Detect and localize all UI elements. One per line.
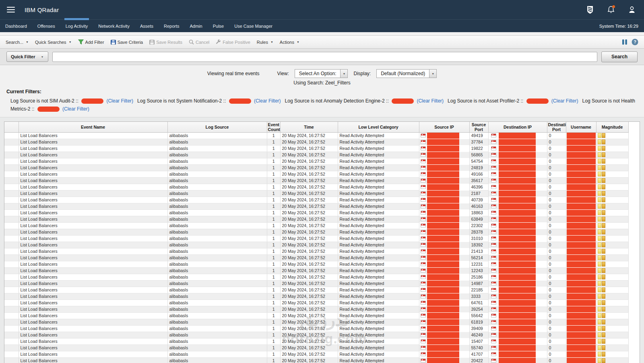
row-select-cell[interactable] <box>4 184 19 190</box>
tab-offenses[interactable]: Offenses <box>32 20 60 33</box>
row-select-cell[interactable] <box>4 332 19 338</box>
table-row[interactable]: List Load Balancers alibabasls 1 20 May … <box>4 293 628 299</box>
row-select-cell[interactable] <box>4 338 19 345</box>
table-row[interactable]: List Load Balancers alibabasls 1 20 May … <box>4 325 628 332</box>
clear-filter-link[interactable]: (Clear Filter) <box>550 98 578 104</box>
row-select-cell[interactable] <box>4 325 19 332</box>
table-row[interactable]: List Load Balancers alibabasls 1 20 May … <box>4 357 628 363</box>
table-row[interactable]: List Load Balancers alibabasls 1 20 May … <box>4 152 628 158</box>
column-header-destination-ip[interactable]: Destination IP <box>488 122 547 132</box>
row-select-cell[interactable] <box>4 319 19 325</box>
clear-filter-link[interactable]: (Clear Filter) <box>253 98 281 104</box>
table-row[interactable]: List Load Balancers alibabasls 1 20 May … <box>4 319 628 325</box>
table-row[interactable]: List Load Balancers alibabasls 1 20 May … <box>4 197 628 203</box>
table-row[interactable]: List Load Balancers alibabasls 1 20 May … <box>4 158 628 164</box>
save-criteria-button[interactable]: Save Criteria <box>111 40 143 45</box>
tab-network-activity[interactable]: Network Activity <box>93 20 135 33</box>
view-select[interactable]: Select An Option: ▼ <box>295 69 348 78</box>
row-select-cell[interactable] <box>4 164 19 171</box>
row-select-cell[interactable] <box>4 216 19 222</box>
row-select-cell[interactable] <box>4 357 19 363</box>
column-header-magnitude[interactable]: Magnitude <box>596 122 628 132</box>
help-icon[interactable]: ? <box>632 39 638 45</box>
table-row[interactable]: List Load Balancers alibabasls 1 20 May … <box>4 280 628 287</box>
row-select-cell[interactable] <box>4 351 19 357</box>
quick-filter-input[interactable] <box>52 52 597 62</box>
row-select-cell[interactable] <box>4 139 19 145</box>
row-select-cell[interactable] <box>4 209 19 216</box>
row-select-cell[interactable] <box>4 171 19 177</box>
table-row[interactable]: List Load Balancers alibabasls 1 20 May … <box>4 274 628 280</box>
column-header-source-port[interactable]: Source Port <box>469 122 488 132</box>
rules-button[interactable]: Rules▼ <box>257 40 273 45</box>
table-row[interactable]: List Load Balancers alibabasls 1 20 May … <box>4 177 628 184</box>
row-select-cell[interactable] <box>4 299 19 306</box>
table-row[interactable]: List Load Balancers alibabasls 1 20 May … <box>4 209 628 216</box>
table-row[interactable]: List Load Balancers alibabasls 1 20 May … <box>4 267 628 274</box>
tab-use-case-manager[interactable]: Use Case Manager <box>229 20 278 33</box>
tab-pulse[interactable]: Pulse <box>208 20 229 33</box>
table-row[interactable]: List Load Balancers alibabasls 1 20 May … <box>4 235 628 242</box>
row-select-cell[interactable] <box>4 145 19 152</box>
table-row[interactable]: List Load Balancers alibabasls 1 20 May … <box>4 261 628 267</box>
table-row[interactable]: List Load Balancers alibabasls 1 20 May … <box>4 222 628 229</box>
row-select-cell[interactable] <box>4 306 19 312</box>
row-select-cell[interactable] <box>4 267 19 274</box>
user-icon[interactable] <box>627 5 637 14</box>
row-select-cell[interactable] <box>4 280 19 287</box>
row-select-cell[interactable] <box>4 248 19 254</box>
table-row[interactable]: List Load Balancers alibabasls 1 20 May … <box>4 338 628 345</box>
table-row[interactable]: List Load Balancers alibabasls 1 20 May … <box>4 229 628 235</box>
table-row[interactable]: List Load Balancers alibabasls 1 20 May … <box>4 306 628 312</box>
quick-filter-dropdown[interactable]: Quick Filter ▼ <box>6 51 48 62</box>
table-row[interactable]: List Load Balancers alibabasls 1 20 May … <box>4 190 628 197</box>
row-select-cell[interactable] <box>4 222 19 229</box>
column-header-time[interactable]: Time <box>280 122 338 132</box>
hamburger-icon[interactable] <box>7 7 15 12</box>
row-select-cell[interactable] <box>4 203 19 209</box>
pause-icon[interactable] <box>622 39 627 45</box>
column-header-low-level-category[interactable]: Low Level Category <box>338 122 419 132</box>
actions-button[interactable]: Actions▼ <box>280 40 299 45</box>
clear-filter-link[interactable]: (Clear Filter) <box>415 98 444 104</box>
table-row[interactable]: List Load Balancers alibabasls 1 20 May … <box>4 132 628 139</box>
table-row[interactable]: List Load Balancers alibabasls 1 20 May … <box>4 171 628 177</box>
row-select-cell[interactable] <box>4 152 19 158</box>
column-header-source-ip[interactable]: Source IP <box>419 122 469 132</box>
table-row[interactable]: List Load Balancers alibabasls 1 20 May … <box>4 145 628 152</box>
column-header-log-source[interactable]: Log Source <box>167 122 267 132</box>
table-row[interactable]: List Load Balancers alibabasls 1 20 May … <box>4 248 628 254</box>
table-row[interactable]: List Load Balancers alibabasls 1 20 May … <box>4 345 628 351</box>
clear-filter-link[interactable]: (Clear Filter) <box>105 98 133 104</box>
search-button[interactable]: Search <box>601 51 638 62</box>
tab-assets[interactable]: Assets <box>135 20 159 33</box>
tab-log-activity[interactable]: Log Activity <box>60 20 93 33</box>
row-select-cell[interactable] <box>4 261 19 267</box>
table-row[interactable]: List Load Balancers alibabasls 1 20 May … <box>4 332 628 338</box>
shield-icon[interactable] <box>585 5 595 14</box>
column-header-select[interactable] <box>4 122 19 132</box>
quick-searches-button[interactable]: Quick Searches▼ <box>35 40 72 45</box>
table-row[interactable]: List Load Balancers alibabasls 1 20 May … <box>4 287 628 293</box>
table-row[interactable]: List Load Balancers alibabasls 1 20 May … <box>4 299 628 306</box>
table-row[interactable]: List Load Balancers alibabasls 1 20 May … <box>4 312 628 319</box>
display-select[interactable]: Default (Normalized) ▼ <box>376 69 437 78</box>
table-row[interactable]: List Load Balancers alibabasls 1 20 May … <box>4 254 628 261</box>
row-select-cell[interactable] <box>4 132 19 139</box>
table-row[interactable]: List Load Balancers alibabasls 1 20 May … <box>4 351 628 357</box>
table-row[interactable]: List Load Balancers alibabasls 1 20 May … <box>4 242 628 248</box>
row-select-cell[interactable] <box>4 242 19 248</box>
table-row[interactable]: List Load Balancers alibabasls 1 20 May … <box>4 139 628 145</box>
row-select-cell[interactable] <box>4 158 19 164</box>
bell-icon[interactable] <box>606 5 616 14</box>
add-filter-button[interactable]: Add Filter <box>78 39 104 45</box>
tab-dashboard[interactable]: Dashboard <box>0 20 32 33</box>
tab-admin[interactable]: Admin <box>184 20 207 33</box>
row-select-cell[interactable] <box>4 254 19 261</box>
row-select-cell[interactable] <box>4 229 19 235</box>
column-header-event-name[interactable]: Event Name <box>19 122 167 132</box>
search--button[interactable]: Search...▼ <box>6 40 29 45</box>
column-header-event-count[interactable]: Event Count <box>267 122 280 132</box>
row-select-cell[interactable] <box>4 345 19 351</box>
table-row[interactable]: List Load Balancers alibabasls 1 20 May … <box>4 203 628 209</box>
